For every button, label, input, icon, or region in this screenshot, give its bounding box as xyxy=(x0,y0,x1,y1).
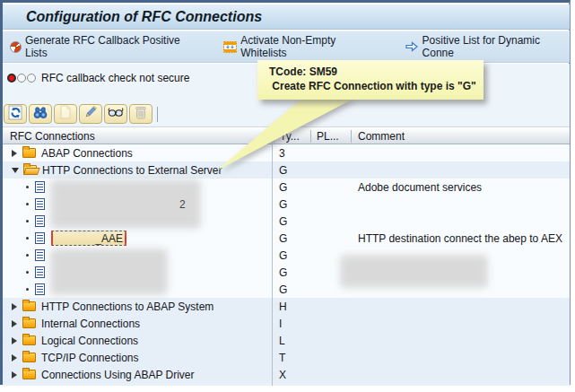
collapse-arrow-icon[interactable] xyxy=(12,168,19,173)
type-cell: T xyxy=(279,352,285,364)
expand-arrow-icon[interactable] xyxy=(12,303,17,310)
document-icon xyxy=(35,232,45,244)
bullet-icon xyxy=(26,271,29,274)
redaction-blur xyxy=(340,255,488,288)
group-label: HTTP Connections to ABAP System xyxy=(41,301,213,313)
type-cell: 3 xyxy=(279,147,285,160)
toolbar-button-label: Positive List for Dynamic Conne xyxy=(423,34,570,59)
type-cell: G xyxy=(279,181,287,194)
column-header-type[interactable]: Ty... xyxy=(280,130,300,143)
status-line: RFC callback check not secure xyxy=(7,72,189,84)
comment-cell: Adobe document services xyxy=(358,181,482,194)
folder-icon xyxy=(22,353,36,362)
expand-arrow-icon[interactable] xyxy=(12,320,17,327)
selected-connection[interactable]: _AAE xyxy=(51,231,126,246)
edit-button[interactable] xyxy=(79,104,102,124)
toolbar-button-label: Activate Non-Empty Whitelists xyxy=(240,34,379,59)
group-label: Internal Connections xyxy=(41,318,140,330)
tree-group-row[interactable]: Internal ConnectionsI xyxy=(3,315,570,332)
display-button[interactable] xyxy=(104,104,127,124)
type-cell: L xyxy=(279,335,285,347)
refresh-icon xyxy=(8,105,23,124)
tree-group-row[interactable]: ABAP Connections3 xyxy=(3,144,570,161)
generate-icon xyxy=(10,41,22,53)
annotation-tooltip: TCode: SM59 Create RFC Connection with t… xyxy=(257,60,484,100)
type-cell: G xyxy=(279,249,287,262)
group-label: TCP/IP Connections xyxy=(41,352,139,364)
display-icon xyxy=(108,106,124,122)
type-cell: G xyxy=(279,266,287,279)
arrow-right-icon xyxy=(405,40,419,53)
folder-icon xyxy=(22,370,36,379)
refresh-button[interactable] xyxy=(4,104,27,124)
bullet-icon xyxy=(26,186,29,188)
column-header-pl[interactable]: PL... xyxy=(317,130,339,143)
connection-name-suffix: 2 xyxy=(179,198,186,211)
positive-list-dynamic-button[interactable]: Positive List for Dynamic Conne xyxy=(405,34,570,59)
column-separator-line xyxy=(272,126,273,386)
group-label: ABAP Connections xyxy=(41,147,133,160)
document-icon xyxy=(35,215,45,227)
redaction-blur xyxy=(50,179,201,229)
green-light-icon xyxy=(27,74,36,83)
type-cell: G xyxy=(279,164,287,177)
tree-group-row[interactable]: HTTP Connections to External ServerG xyxy=(3,161,570,179)
tooltip-tcode-text: TCode: SM59 xyxy=(269,65,478,79)
table-header: RFC Connections Ty... PL... Comment xyxy=(3,126,570,144)
delete-icon xyxy=(135,105,147,123)
status-text: RFC callback check not secure xyxy=(41,72,189,84)
column-divider xyxy=(310,130,311,143)
group-label: Connections Using ABAP Driver xyxy=(41,369,195,381)
toolbar-button-label: Generate RFC Callback Positive Lists xyxy=(25,34,199,59)
column-divider xyxy=(351,130,352,143)
bullet-icon xyxy=(26,288,29,291)
edit-icon xyxy=(83,105,98,123)
icon-toolbar xyxy=(4,104,158,124)
activate-icon xyxy=(223,41,237,53)
bullet-icon xyxy=(26,254,29,257)
redaction-blur xyxy=(50,248,168,295)
folder-icon xyxy=(22,318,36,328)
folder-icon xyxy=(22,335,36,345)
traffic-light-icon xyxy=(7,74,36,83)
create-icon xyxy=(59,105,72,123)
bullet-icon xyxy=(26,237,29,240)
red-light-icon xyxy=(7,74,16,83)
tree-leaf-row[interactable]: _AAEGHTTP destination connect the abep t… xyxy=(3,230,570,247)
column-header-rfc-connections[interactable]: RFC Connections xyxy=(10,130,95,143)
title-bar: Configuration of RFC Connections xyxy=(3,4,570,30)
find-icon xyxy=(33,106,48,123)
folder-icon xyxy=(23,165,37,175)
group-label: HTTP Connections to External Server xyxy=(42,164,222,177)
group-label: Logical Connections xyxy=(41,335,138,347)
type-cell: I xyxy=(279,318,282,330)
expand-arrow-icon[interactable] xyxy=(12,354,17,362)
app-toolbar: Generate RFC Callback Positive ListsActi… xyxy=(3,30,570,63)
bullet-icon xyxy=(26,203,29,205)
create-button[interactable] xyxy=(54,104,77,124)
column-divider xyxy=(274,130,274,143)
document-icon xyxy=(35,198,45,210)
column-header-comment[interactable]: Comment xyxy=(358,130,405,143)
find-button[interactable] xyxy=(29,104,52,124)
document-icon xyxy=(35,283,45,295)
expand-arrow-icon[interactable] xyxy=(12,337,17,344)
connection-name: _AAE xyxy=(95,232,123,245)
expand-arrow-icon[interactable] xyxy=(12,150,17,157)
activate-whitelists-button[interactable]: Activate Non-Empty Whitelists xyxy=(223,34,379,59)
delete-button[interactable] xyxy=(129,104,152,124)
type-cell: X xyxy=(279,369,286,381)
expand-arrow-icon[interactable] xyxy=(12,371,17,379)
document-icon xyxy=(35,181,45,193)
tree-group-row[interactable]: Connections Using ABAP DriverX xyxy=(3,366,570,383)
tree-group-row[interactable]: HTTP Connections to ABAP SystemH xyxy=(3,298,570,315)
generate-rfc-callback-button[interactable]: Generate RFC Callback Positive Lists xyxy=(10,34,199,59)
bullet-icon xyxy=(26,220,29,222)
document-icon xyxy=(35,249,45,261)
comment-cell: HTTP destination connect the abep to AEX xyxy=(358,232,562,245)
tree-group-row[interactable]: TCP/IP ConnectionsT xyxy=(3,349,570,366)
folder-icon xyxy=(22,301,36,311)
page-title: Configuration of RFC Connections xyxy=(26,9,262,25)
tree-group-row[interactable]: Logical ConnectionsL xyxy=(3,332,570,349)
folder-icon xyxy=(22,148,36,158)
